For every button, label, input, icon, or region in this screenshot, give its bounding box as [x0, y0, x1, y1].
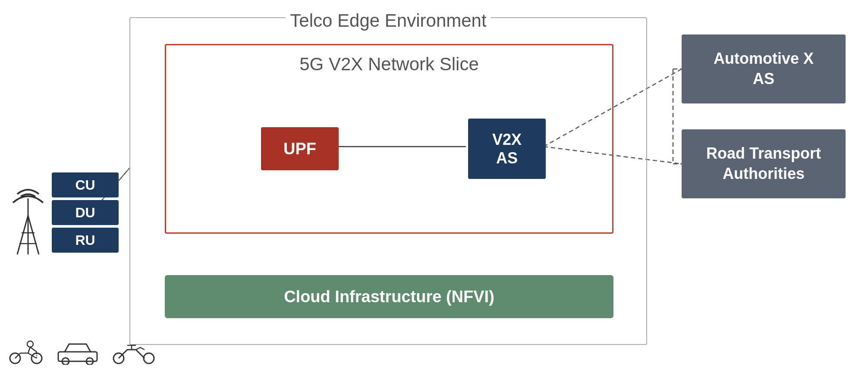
- car-icon: [56, 339, 99, 365]
- cyclist-icon: [9, 339, 43, 365]
- stack-boxes: CU DU RU: [52, 172, 119, 253]
- vehicle-icons: [9, 339, 155, 365]
- ru-box: RU: [52, 228, 119, 253]
- diagram-container: Telco Edge Environment 5G V2X Network Sl…: [0, 0, 868, 382]
- cu-box: CU: [52, 172, 119, 197]
- cloud-infra-box: Cloud Infrastructure (NFVI): [165, 275, 613, 318]
- svg-line-11: [28, 216, 39, 254]
- v2x-as-box: V2XAS: [468, 119, 546, 179]
- telco-edge-box: Telco Edge Environment 5G V2X Network Sl…: [129, 17, 647, 345]
- road-transport-box: Road TransportAuthorities: [682, 129, 846, 198]
- svg-line-17: [28, 347, 30, 353]
- motorcycle-icon: [112, 339, 155, 365]
- du-box: DU: [52, 200, 119, 225]
- cloud-infra-label: Cloud Infrastructure (NFVI): [284, 288, 494, 306]
- network-slice-title: 5G V2X Network Slice: [299, 54, 479, 75]
- svg-line-21: [30, 347, 37, 352]
- v2x-as-label: V2XAS: [492, 130, 522, 167]
- svg-point-27: [144, 353, 154, 363]
- du-label: DU: [75, 205, 95, 221]
- svg-point-16: [27, 341, 33, 347]
- upf-box: UPF: [261, 127, 339, 170]
- svg-rect-23: [58, 352, 97, 361]
- telco-edge-title: Telco Edge Environment: [286, 10, 491, 31]
- road-transport-label: Road TransportAuthorities: [706, 144, 821, 184]
- ru-label: RU: [75, 232, 95, 248]
- automotive-as-box: Automotive XAS: [682, 34, 846, 103]
- upf-label: UPF: [283, 140, 316, 158]
- network-slice-box: 5G V2X Network Slice UPF V2XAS: [165, 44, 613, 234]
- radio-tower-icon: [9, 181, 47, 259]
- automotive-as-label: Automotive XAS: [714, 49, 814, 89]
- cu-label: CU: [75, 177, 95, 193]
- svg-line-10: [17, 216, 28, 254]
